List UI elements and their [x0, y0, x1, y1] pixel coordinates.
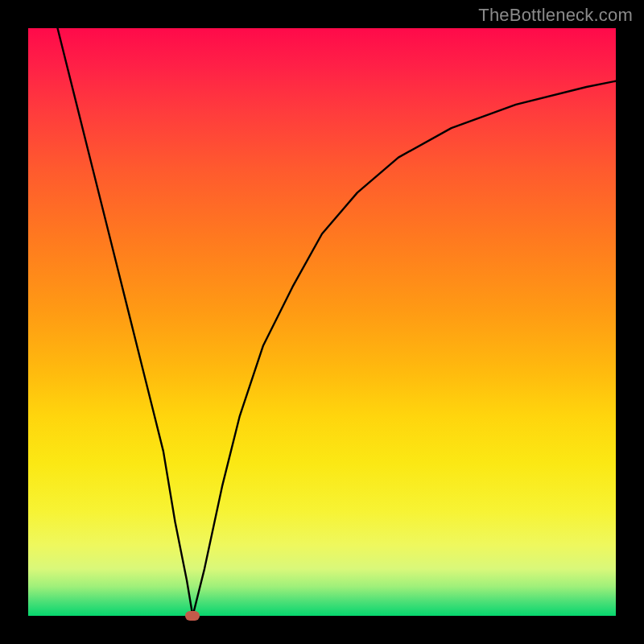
- chart-frame: TheBottleneck.com: [0, 0, 644, 644]
- curve-layer: [28, 28, 616, 616]
- optimum-marker: [185, 611, 200, 621]
- watermark-text: TheBottleneck.com: [478, 5, 633, 26]
- plot-area: [28, 28, 616, 616]
- bottleneck-curve: [58, 28, 617, 616]
